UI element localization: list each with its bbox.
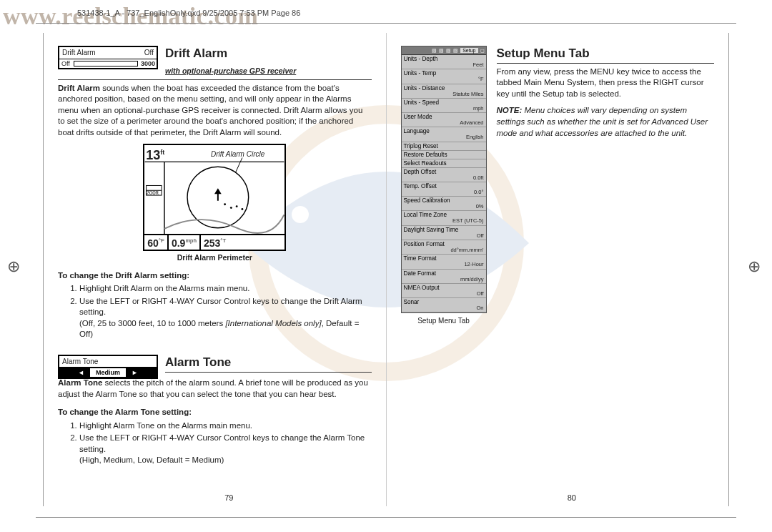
menu-row-key: Select Readouts <box>404 160 484 167</box>
menu-row-key: Triplog Reset <box>404 143 484 149</box>
menu-row-key: Speed Calibration <box>404 197 484 204</box>
menu-row-value: mm/dd/yy <box>404 277 484 282</box>
list-item: Use the LEFT or RIGHT 4-WAY Cursor Contr… <box>79 296 372 340</box>
menu-row-value: 0.0ft <box>404 175 484 181</box>
ui-value: Off <box>144 48 154 58</box>
diagram-readouts: 60°F 0.9mph 253°T <box>144 234 284 250</box>
page-left-column: Drift Alarm Off Off 3000 Drift Alarm wit… <box>43 33 387 506</box>
circle-label: Drift Alarm Circle <box>211 149 264 159</box>
menu-row-value: °F <box>404 77 484 82</box>
menu-row: Restore Defaults <box>402 151 486 159</box>
divider <box>497 63 715 64</box>
menu-row-value: 0% <box>404 204 484 210</box>
svg-point-9 <box>242 209 244 211</box>
alarm-tone-heading: Alarm Tone <box>165 355 372 371</box>
alarm-tone-description: Alarm Tone selects the pitch of the alar… <box>58 378 372 400</box>
alarm-tone-setting-graphic: Alarm Tone ◄ Medium ► <box>58 355 158 380</box>
ui-label: Drift Alarm <box>62 48 96 58</box>
menu-tabs: ▧▧▧▧ Setup ◻ <box>402 46 486 55</box>
scale-label: 200ft <box>146 189 159 197</box>
page-right-column: ▧▧▧▧ Setup ◻ Units - DepthFeetUnits - Te… <box>387 33 730 506</box>
menu-row-key: Depth Offset <box>404 169 484 175</box>
menu-row: Local Time ZoneEST (UTC-5) <box>402 211 486 225</box>
menu-row: Units - Speedmph <box>402 99 486 113</box>
menu-row-key: NMEA Output <box>404 285 484 291</box>
crop-line <box>36 23 736 24</box>
menu-row-key: Sonar <box>404 299 484 305</box>
svg-point-8 <box>236 206 238 208</box>
setup-note: NOTE: Menu choices will vary depending o… <box>497 105 715 139</box>
menu-row-key: Temp. Offset <box>404 183 484 189</box>
menu-row-value: Off <box>404 233 484 239</box>
menu-row-value: mph <box>404 106 484 112</box>
list-item: Highlight Drift Alarm on the Alarms main… <box>79 283 372 295</box>
menu-row: Units - DepthFeet <box>402 55 486 69</box>
tone-steps-list: Highlight Alarm Tone on the Alarms main … <box>79 420 372 466</box>
list-item: Use the LEFT or RIGHT 4-WAY Cursor Contr… <box>79 433 372 466</box>
depth-readout: 13ft <box>146 147 164 164</box>
menu-row: Units - DistanceStatute Miles <box>402 84 486 99</box>
menu-row-value: Feet <box>404 62 484 68</box>
menu-row-value: dd°mm.mmm' <box>404 247 484 253</box>
menu-row-key: Restore Defaults <box>404 152 484 158</box>
change-drift-heading: To change the Drift Alarm setting: <box>58 270 372 282</box>
svg-line-5 <box>235 158 242 173</box>
ui-value: Medium <box>90 368 126 377</box>
chevron-left-icon: ◄ <box>78 368 84 377</box>
list-item: Highlight Alarm Tone on the Alarms main … <box>79 420 372 432</box>
menu-row: Select Readouts <box>402 159 486 168</box>
menu-row-value: Statute Miles <box>404 92 484 97</box>
menu-row: Time Format12-Hour <box>402 255 486 269</box>
drift-alarm-setting-graphic: Drift Alarm Off Off 3000 <box>58 46 158 69</box>
menu-row-value: 12-Hour <box>404 262 484 267</box>
crop-line <box>36 517 736 518</box>
ui-range-max: 3000 <box>139 59 157 68</box>
menu-row-key: Units - Depth <box>404 56 484 62</box>
menu-row: Daylight Saving TimeOff <box>402 226 486 240</box>
menu-row: NMEA OutputOff <box>402 284 486 298</box>
page-number: 79 <box>58 493 400 503</box>
menu-row: Triplog Reset <box>402 142 486 151</box>
setup-menu-caption: Setup Menu Tab <box>401 316 487 326</box>
menu-row-value: Advanced <box>404 120 484 126</box>
menu-row-value: On <box>404 305 484 311</box>
drift-alarm-heading: Drift Alarm with optional-purchase GPS r… <box>165 46 372 79</box>
menu-row-key: Daylight Saving Time <box>404 227 484 233</box>
setup-intro-text: From any view, press the MENU key twice … <box>497 66 715 100</box>
menu-row-key: Units - Temp <box>404 70 484 77</box>
ui-label: Alarm Tone <box>59 356 157 368</box>
divider <box>165 372 372 373</box>
svg-point-7 <box>230 207 232 210</box>
change-tone-heading: To change the Alarm Tone setting: <box>58 407 372 418</box>
menu-row-value: EST (UTC-5) <box>404 218 484 224</box>
menu-row: Position Formatdd°mm.mmm' <box>402 240 486 255</box>
menu-row-key: Units - Speed <box>404 99 484 106</box>
registration-mark-icon: ⊕ <box>7 257 24 275</box>
ui-range-min: Off <box>59 59 72 68</box>
tab-setup: Setup <box>460 48 477 54</box>
speed-readout: 0.9mph <box>169 235 201 250</box>
menu-row: Units - Temp°F <box>402 69 486 84</box>
print-job-header: 531438-1_A - 737_EnglishOnly.qxd 9/25/20… <box>77 9 300 17</box>
menu-row-value: English <box>404 134 484 140</box>
setup-tab-heading: Setup Menu Tab <box>497 46 715 62</box>
divider <box>58 79 372 80</box>
menu-row: User ModeAdvanced <box>402 113 486 127</box>
chevron-right-icon: ► <box>132 368 138 377</box>
drift-alarm-diagram: 13ft Drift Alarm Circle 200ft 60°F 0.9mp… <box>143 144 286 251</box>
temp-readout: 60°F <box>144 235 169 250</box>
course-readout: 253°T <box>201 235 229 250</box>
menu-row: Depth Offset0.0ft <box>402 168 486 182</box>
menu-row: Temp. Offset0.0° <box>402 182 486 197</box>
menu-row: SonarOn <box>402 298 486 312</box>
svg-point-6 <box>224 204 226 206</box>
menu-row-value: Off <box>404 291 484 297</box>
slider-track <box>74 61 138 66</box>
diagram-caption: Drift Alarm Perimeter <box>58 252 372 262</box>
menu-row: Speed Calibration0% <box>402 197 486 211</box>
setup-menu-graphic: ▧▧▧▧ Setup ◻ Units - DepthFeetUnits - Te… <box>401 46 487 313</box>
menu-row: Date Formatmm/dd/yy <box>402 270 486 284</box>
page-number: 80 <box>401 493 743 503</box>
drift-alarm-description: Drift Alarm sounds when the boat has exc… <box>58 83 372 139</box>
menu-row-value: 0.0° <box>404 189 484 195</box>
